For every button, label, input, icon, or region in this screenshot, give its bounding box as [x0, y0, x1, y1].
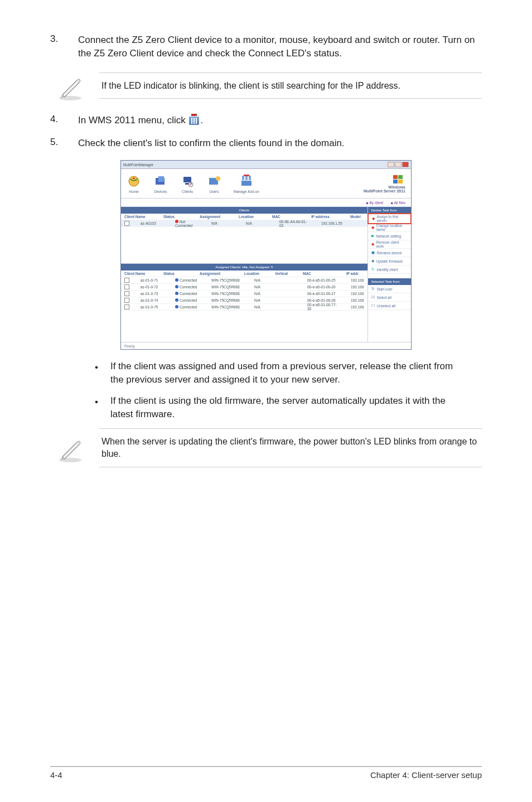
row-checkbox[interactable] — [124, 305, 129, 310]
clients-building-icon — [188, 115, 200, 125]
toolbar-label: Devices — [154, 190, 167, 194]
panel-title: Clients — [239, 209, 249, 212]
sidebar-header: Selected Task from — [368, 278, 412, 285]
table-header-row: Client Name Status Assignment Location V… — [121, 270, 367, 277]
step4-before: In WMS 2011 menu, click — [78, 115, 188, 125]
bullet-old-firmware: • If the client is using the old firmwar… — [95, 394, 465, 421]
step-text: Connect the Z5 Zero Client device to a m… — [78, 33, 482, 60]
toolbar-home[interactable]: Home — [127, 174, 141, 194]
row-checkbox[interactable] — [124, 298, 129, 303]
sidebar: Device Task from ◆Assign to this server … — [367, 207, 412, 342]
svg-rect-16 — [393, 180, 398, 183]
sidebar-item-change-location[interactable]: ◆Change location name — [368, 224, 412, 232]
note-led-orange-blue: When the server is updating the client's… — [50, 428, 482, 467]
sidebar-item-update-fw[interactable]: ◆Update firmware — [368, 257, 412, 265]
toolbar-label: Users — [210, 190, 219, 194]
svg-rect-4 — [183, 177, 191, 182]
step-text: In WMS 2011 menu, click . — [78, 114, 482, 127]
table-row[interactable]: az-A0103 Not Connected N/A N/A 00-0E-A4-… — [121, 220, 367, 227]
sidebar-item-select-all[interactable]: ☑Select all — [368, 293, 412, 302]
toolbar-label: Manage Add-on — [234, 190, 259, 194]
page-footer: 4-4 Chapter 4: Client-server setup — [50, 766, 482, 780]
toolbar-devices[interactable]: Devices — [153, 174, 168, 194]
svg-rect-15 — [398, 175, 403, 179]
window-title: MultiPointManager — [123, 163, 153, 167]
svg-rect-12 — [241, 181, 252, 186]
row-checkbox[interactable] — [124, 284, 129, 289]
brand-text-1: Windows — [388, 185, 405, 189]
svg-point-8 — [216, 176, 220, 181]
brand-block: Windows MultiPoint Server 2011 — [364, 174, 405, 193]
bullet-dot-icon: • — [95, 361, 98, 374]
sidebar-item-rename[interactable]: ◼Rename device — [368, 249, 412, 257]
step-3: 3. Connect the Z5 Zero Client device to … — [50, 33, 482, 60]
status-all-files: All files — [391, 201, 405, 205]
status-row: By client All files — [121, 199, 411, 207]
sidebar-item-network[interactable]: ▶Network setting — [368, 232, 412, 240]
maximize-button[interactable] — [395, 162, 402, 167]
step-5: 5. Check the client's list to confirm th… — [50, 137, 482, 150]
note-text: If the LED indicator is blinking, the cl… — [99, 73, 482, 99]
wms-screenshot: MultiPointManager Home Devices Cli — [120, 160, 412, 350]
row-checkbox[interactable] — [124, 278, 129, 283]
table-row[interactable]: az-01-0-73ConnectedWIN-75CQ5R86EN/A00-e-… — [121, 291, 367, 297]
step-text: Check the client's list to confirm the c… — [78, 137, 482, 150]
row-checkbox[interactable] — [124, 221, 129, 226]
clients-panel-header: Clients — [121, 207, 367, 214]
pen-note-icon — [56, 432, 87, 463]
bullet-text: If the client was assigned and used from… — [110, 360, 465, 386]
svg-rect-17 — [398, 180, 403, 183]
toolbar-label: Clients — [182, 190, 193, 194]
window-titlebar: MultiPointManager — [121, 161, 411, 169]
sidebar-item-assign[interactable]: ◆Assign to this server — [367, 213, 412, 224]
table-row[interactable]: az-01-0-72ConnectedWIN-75CQ5R86EN/A00-e-… — [121, 284, 367, 291]
page-number: 4-4 — [50, 770, 62, 780]
sidebar-item-remove[interactable]: ◆Remove client work — [368, 240, 412, 249]
svg-rect-9 — [242, 176, 244, 180]
assigned-panel-header: Assigned Clients: Idle; Not Assigned: 5 — [121, 264, 367, 270]
step-4: 4. In WMS 2011 menu, click . — [50, 114, 482, 127]
step-number: 5. — [50, 137, 78, 148]
row-checkbox[interactable] — [124, 291, 129, 296]
brand-text-2: MultiPoint Server 2011 — [364, 189, 405, 193]
table-row[interactable]: az-01-0-71ConnectedWIN-75CQ5R86EN/A00-e-… — [121, 277, 367, 284]
bullet-text: If the client is using the old firmware,… — [110, 394, 465, 421]
bullet-release-client: • If the client was assigned and used fr… — [95, 360, 465, 386]
toolbar-label: Home — [129, 190, 138, 194]
svg-rect-11 — [249, 176, 251, 180]
svg-rect-13 — [244, 175, 249, 176]
chapter-label: Chapter 4: Client-server setup — [370, 770, 482, 780]
svg-rect-14 — [393, 175, 398, 179]
sidebar-item-start-over[interactable]: ↻Start over — [368, 285, 412, 293]
svg-rect-10 — [245, 176, 248, 180]
bullet-dot-icon: • — [95, 395, 98, 409]
sidebar-item-identify[interactable]: ↻Identify client — [368, 265, 412, 274]
minimize-button[interactable] — [388, 162, 394, 167]
table-header-row: Client Name Status Assignment Location M… — [121, 214, 367, 220]
toolbar-addon[interactable]: Manage Add-on — [234, 174, 259, 194]
sidebar-item-unselect-all[interactable]: ☐Unselect all — [368, 302, 412, 310]
step-number: 4. — [50, 114, 78, 125]
step-number: 3. — [50, 33, 78, 45]
step4-after: . — [200, 115, 203, 125]
statusbar: Ready — [121, 342, 411, 349]
note-led-blinking: If the LED indicator is blinking, the cl… — [50, 70, 482, 102]
panel-title: Assigned Clients: Idle; Not Assigned: 5 — [215, 265, 273, 269]
note-text: When the server is updating the client's… — [99, 428, 482, 467]
table-row[interactable]: az-01-0-75ConnectedWIN-75CQ5R86EN/A00-e-… — [121, 304, 367, 311]
toolbar-users[interactable]: Users — [207, 174, 221, 194]
pen-note-icon — [56, 70, 87, 102]
window-buttons[interactable] — [388, 162, 409, 167]
svg-rect-3 — [158, 176, 164, 182]
close-button[interactable] — [402, 162, 409, 167]
toolbar: Home Devices Clients Users Manage Add-on — [121, 169, 411, 199]
toolbar-clients[interactable]: Clients — [180, 174, 195, 194]
status-by-client: By client — [366, 201, 383, 205]
